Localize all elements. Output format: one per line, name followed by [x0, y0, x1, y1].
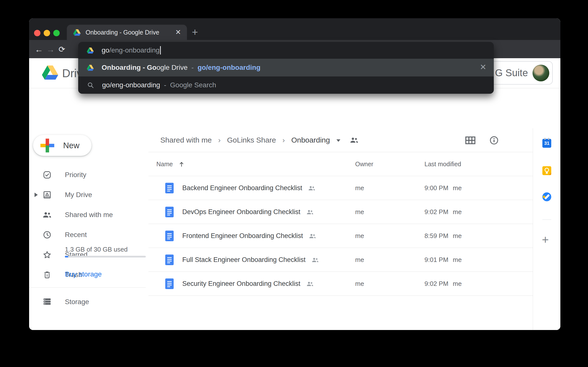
- shared-people-icon: [312, 257, 319, 263]
- google-docs-icon: [165, 255, 174, 265]
- priority-icon: [42, 170, 52, 180]
- drive-main: Shared with me › GoLinks Share › Onboard…: [148, 128, 533, 330]
- expand-arrow-icon[interactable]: [35, 193, 38, 197]
- shared-people-icon: [306, 209, 314, 215]
- browser-tabbar: Onboarding - Google Drive ✕ +: [29, 18, 560, 40]
- omnibox-input[interactable]: go/eng-onboarding: [102, 46, 161, 55]
- file-name-cell[interactable]: DevOps Engineer Onboarding Checklist: [165, 200, 314, 224]
- text-cursor: [160, 46, 161, 55]
- omnibox-dropdown: go/eng-onboarding Onboarding - Google Dr…: [78, 42, 494, 94]
- sidebar-item-storage[interactable]: Storage: [29, 292, 148, 311]
- shared-folder-people-icon: [350, 136, 359, 144]
- omnibox[interactable]: go/eng-onboarding: [78, 42, 494, 59]
- file-name-cell[interactable]: Frontend Engineer Onboarding Checklist: [165, 224, 316, 248]
- browser-tab[interactable]: Onboarding - Google Drive ✕: [67, 25, 187, 40]
- close-window-button[interactable]: [34, 30, 40, 36]
- file-owner-cell: me: [355, 176, 364, 200]
- info-icon[interactable]: [489, 136, 499, 145]
- tasks-icon[interactable]: [542, 192, 551, 201]
- storage-progress-bar: [65, 256, 146, 257]
- remove-suggestion-icon[interactable]: ✕: [480, 63, 486, 71]
- drive-favicon: [87, 65, 94, 71]
- file-modified-cell: 9:01 PMme: [424, 248, 462, 272]
- grid-view-icon[interactable]: [465, 136, 476, 144]
- file-owner-cell: me: [355, 200, 364, 224]
- google-docs-icon: [165, 278, 174, 289]
- storage-label: Storage: [65, 298, 89, 306]
- breadcrumb-golinks-share[interactable]: GoLinks Share: [227, 136, 276, 144]
- file-name-cell[interactable]: Backend Engineer Onboarding Checklist: [165, 176, 315, 200]
- google-docs-icon: [165, 183, 174, 193]
- file-list: Backend Engineer Onboarding Checklist me…: [148, 176, 533, 296]
- storage-icon: [42, 297, 52, 306]
- sidebar-item-my-drive[interactable]: My Drive: [29, 185, 148, 205]
- buy-storage-link[interactable]: Buy storage: [65, 270, 102, 278]
- drive-favicon: [73, 29, 81, 36]
- drive-sidebar: New Priority My Drive Shared with me Rec…: [29, 128, 148, 330]
- file-owner-cell: me: [355, 248, 364, 272]
- add-side-panel-app-icon[interactable]: +: [542, 233, 549, 246]
- sidebar-item-label: Priority: [65, 171, 86, 179]
- sort-ascending-icon[interactable]: [178, 161, 185, 167]
- file-modified-cell: 9:02 PMme: [424, 272, 462, 296]
- file-name: Security Engineer Onboarding Checklist: [182, 280, 300, 288]
- file-name-cell[interactable]: Security Engineer Onboarding Checklist: [165, 272, 314, 296]
- suggestion-drive-result[interactable]: Onboarding - Google Drive - go/eng-onboa…: [78, 59, 494, 76]
- back-button[interactable]: ←: [34, 44, 44, 54]
- folder-menu-caret-icon[interactable]: [336, 139, 340, 142]
- reload-button[interactable]: ⟳: [56, 44, 67, 54]
- account-avatar[interactable]: [533, 65, 549, 81]
- breadcrumb-onboarding[interactable]: Onboarding: [291, 136, 330, 144]
- file-table-header: Name Owner Last modified: [148, 152, 533, 176]
- file-name-cell[interactable]: Full Stack Engineer Onboarding Checklist: [165, 248, 319, 272]
- column-header-name[interactable]: Name: [156, 152, 185, 176]
- gsuite-account-box: G Suite: [487, 61, 553, 85]
- table-row[interactable]: DevOps Engineer Onboarding Checklist me …: [148, 200, 533, 224]
- suggestion-google-search[interactable]: go/eng-onboarding - Google Search: [78, 76, 494, 94]
- sidebar-item-label: My Drive: [65, 191, 92, 199]
- sidebar-item-shared-with-me[interactable]: Shared with me: [29, 205, 148, 225]
- table-row[interactable]: Full Stack Engineer Onboarding Checklist…: [148, 248, 533, 272]
- omnibox-completion-text: /eng-onboarding: [109, 46, 160, 54]
- gsuite-label: G Suite: [495, 67, 528, 78]
- shared-people-icon: [309, 233, 316, 239]
- file-owner-cell: me: [355, 272, 364, 296]
- rail-divider: [542, 220, 551, 220]
- sidebar-item-label: Recent: [65, 231, 87, 239]
- new-button[interactable]: New: [33, 135, 92, 156]
- forward-button: →: [45, 44, 56, 54]
- plus-icon: [40, 139, 54, 152]
- column-header-last-modified[interactable]: Last modified: [424, 152, 461, 176]
- minimize-window-button[interactable]: [44, 30, 50, 36]
- my-drive-icon: [42, 190, 52, 200]
- shared-people-icon: [306, 281, 314, 287]
- file-name: Backend Engineer Onboarding Checklist: [182, 184, 302, 192]
- sidebar-item-priority[interactable]: Priority: [29, 165, 148, 185]
- tab-close-icon[interactable]: ✕: [175, 29, 181, 36]
- breadcrumb-shared-with-me[interactable]: Shared with me: [160, 136, 212, 144]
- drive-logo-icon[interactable]: [42, 65, 58, 80]
- shared-people-icon: [308, 185, 315, 191]
- breadcrumb: Shared with me › GoLinks Share › Onboard…: [160, 136, 359, 144]
- new-tab-button[interactable]: +: [192, 28, 198, 37]
- search-icon: [87, 81, 94, 89]
- calendar-icon[interactable]: 31: [542, 139, 551, 148]
- sidebar-item-recent[interactable]: Recent: [29, 225, 148, 245]
- sidebar-divider: [29, 287, 146, 288]
- table-row[interactable]: Security Engineer Onboarding Checklist m…: [148, 272, 533, 296]
- trash-icon: [42, 270, 52, 279]
- file-owner-cell: me: [355, 224, 364, 248]
- table-row[interactable]: Frontend Engineer Onboarding Checklist m…: [148, 224, 533, 248]
- table-row[interactable]: Backend Engineer Onboarding Checklist me…: [148, 176, 533, 200]
- google-docs-icon: [165, 207, 174, 217]
- storage-progress-fill: [65, 256, 68, 257]
- drive-page: Drive G Suite New Priority My Drive: [29, 58, 560, 330]
- storage-usage-text: 1.3 GB of 30 GB used: [65, 246, 128, 253]
- keep-icon[interactable]: [542, 166, 551, 175]
- file-name: Frontend Engineer Onboarding Checklist: [182, 232, 303, 240]
- star-icon: [42, 250, 52, 259]
- column-header-owner[interactable]: Owner: [355, 152, 373, 176]
- clock-icon: [42, 230, 52, 239]
- breadcrumb-separator-icon: ›: [218, 136, 220, 144]
- zoom-window-button[interactable]: [53, 30, 60, 36]
